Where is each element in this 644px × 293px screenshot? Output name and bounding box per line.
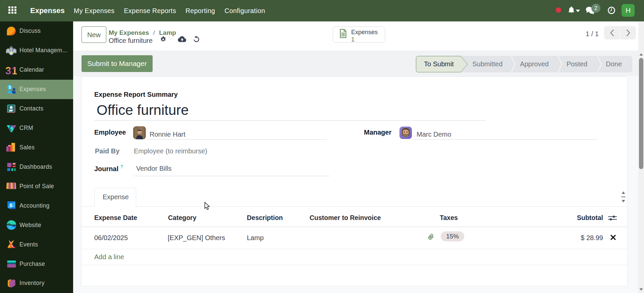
svg-text:To Submit: To Submit [424, 60, 454, 68]
svg-text:$: $ [8, 85, 11, 90]
svg-text:1: 1 [11, 65, 17, 76]
svg-text:3: 3 [6, 65, 11, 76]
svg-text:$: $ [9, 203, 12, 208]
